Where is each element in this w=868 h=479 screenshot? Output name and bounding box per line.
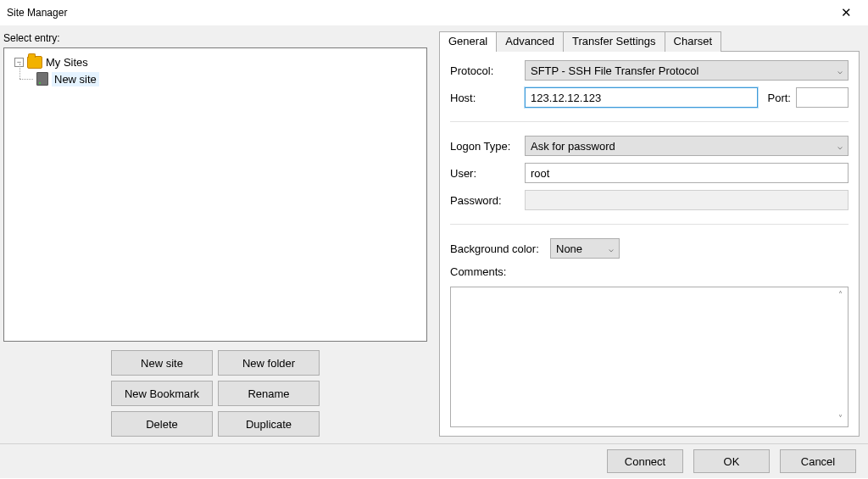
new-site-button[interactable]: New site — [111, 350, 213, 376]
scroll-down-icon[interactable]: ˅ — [834, 413, 846, 425]
user-row: User: root — [450, 163, 849, 183]
right-pane: General Advanced Transfer Settings Chars… — [432, 25, 868, 443]
user-input[interactable]: root — [525, 163, 849, 183]
tab-charset[interactable]: Charset — [665, 31, 722, 52]
bg-color-label: Background color: — [450, 242, 550, 255]
separator — [450, 224, 849, 225]
protocol-row: Protocol: SFTP - SSH File Transfer Proto… — [450, 60, 849, 81]
password-label: Password: — [450, 194, 525, 207]
site-tree[interactable]: − My Sites New site — [3, 47, 427, 342]
entry-buttons: New site New folder New Bookmark Rename … — [3, 350, 427, 437]
comments-textarea[interactable]: ˄ ˅ — [450, 287, 849, 427]
logon-type-value: Ask for password — [531, 140, 615, 153]
tree-root[interactable]: − My Sites — [8, 53, 423, 70]
chevron-down-icon: ⌵ — [609, 244, 614, 253]
tree-root-label: My Sites — [46, 56, 88, 69]
tree-item-label: New site — [52, 72, 99, 86]
rename-button[interactable]: Rename — [218, 381, 320, 406]
title-bar: Site Manager ✕ — [0, 0, 868, 25]
logon-type-select[interactable]: Ask for password ⌵ — [525, 136, 849, 156]
comments-label: Comments: — [450, 265, 849, 278]
separator — [450, 121, 849, 122]
bg-color-select[interactable]: None ⌵ — [550, 238, 620, 259]
folder-icon — [27, 56, 42, 69]
host-input[interactable]: 123.12.12.123 — [525, 87, 758, 108]
host-label: Host: — [450, 92, 525, 104]
protocol-value: SFTP - SSH File Transfer Protocol — [531, 64, 698, 77]
tab-general[interactable]: General — [439, 31, 497, 52]
host-row: Host: 123.12.12.123 Port: — [450, 87, 849, 108]
new-bookmark-button[interactable]: New Bookmark — [111, 381, 213, 406]
user-value: root — [531, 167, 549, 180]
general-panel: Protocol: SFTP - SSH File Transfer Proto… — [439, 51, 860, 437]
tab-bar: General Advanced Transfer Settings Chars… — [439, 31, 860, 51]
user-label: User: — [450, 167, 525, 180]
connect-button[interactable]: Connect — [607, 449, 683, 473]
protocol-label: Protocol: — [450, 64, 525, 77]
port-label: Port: — [768, 92, 791, 104]
port-input[interactable] — [796, 87, 849, 108]
workarea: Select entry: − My Sites New site New si… — [0, 25, 868, 443]
chevron-down-icon: ⌵ — [837, 142, 843, 151]
left-pane: Select entry: − My Sites New site New si… — [0, 25, 432, 443]
duplicate-button[interactable]: Duplicate — [218, 411, 320, 437]
protocol-select[interactable]: SFTP - SSH File Transfer Protocol ⌵ — [525, 60, 849, 81]
logon-type-row: Logon Type: Ask for password ⌵ — [450, 136, 849, 156]
dialog-footer: Connect OK Cancel — [0, 443, 868, 478]
window-title: Site Manager — [7, 7, 67, 19]
password-row: Password: — [450, 190, 849, 210]
new-folder-button[interactable]: New folder — [218, 350, 320, 376]
password-input — [525, 190, 849, 210]
delete-button[interactable]: Delete — [111, 411, 213, 437]
host-value: 123.12.12.123 — [531, 92, 601, 104]
scroll-up-icon[interactable]: ˄ — [834, 289, 846, 301]
tab-transfer-settings[interactable]: Transfer Settings — [564, 31, 665, 52]
tree-item-new-site[interactable]: New site — [8, 70, 423, 87]
select-entry-label: Select entry: — [3, 32, 427, 44]
chevron-down-icon: ⌵ — [837, 66, 843, 75]
tab-advanced[interactable]: Advanced — [497, 31, 564, 52]
close-icon[interactable]: ✕ — [829, 0, 863, 25]
bg-color-value: None — [556, 242, 582, 255]
ok-button[interactable]: OK — [693, 449, 770, 473]
bg-color-row: Background color: None ⌵ — [450, 238, 849, 259]
cancel-button[interactable]: Cancel — [780, 449, 856, 473]
logon-type-label: Logon Type: — [450, 140, 525, 153]
server-icon — [36, 72, 48, 86]
